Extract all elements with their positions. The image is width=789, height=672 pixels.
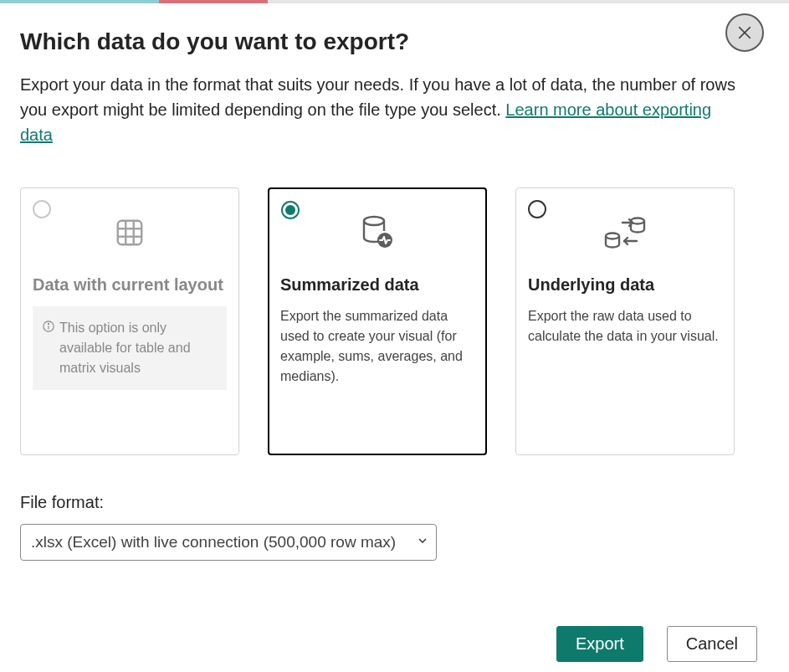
export-button[interactable]: Export [556, 626, 643, 662]
radio-summarized[interactable] [281, 201, 300, 219]
cancel-button[interactable]: Cancel [667, 626, 757, 662]
svg-rect-2 [118, 221, 142, 245]
radio-underlying[interactable] [528, 200, 546, 218]
export-dialog: Which data do you want to export? Export… [0, 3, 789, 672]
database-pulse-icon [280, 208, 474, 257]
option-description: Export the summarized data used to creat… [280, 306, 474, 387]
svg-point-10 [364, 217, 384, 225]
svg-point-9 [48, 323, 49, 324]
info-icon [43, 318, 56, 335]
database-transfer-icon [528, 208, 722, 257]
option-data-current-layout: Data with current layout This option is … [20, 187, 239, 455]
file-format-label: File format: [20, 493, 769, 512]
dialog-description: Export your data in the format that suit… [20, 72, 740, 147]
grid-icon [33, 208, 227, 257]
dialog-title: Which data do you want to export? [20, 28, 769, 55]
info-box: This option is only available for table … [33, 306, 227, 390]
option-title: Summarized data [280, 275, 474, 295]
option-underlying-data[interactable]: Underlying data Export the raw data used… [515, 187, 735, 455]
close-button[interactable] [725, 13, 764, 52]
close-icon [737, 25, 752, 40]
info-text: This option is only available for table … [59, 318, 217, 378]
option-title: Underlying data [528, 275, 722, 295]
option-description: Export the raw data used to calculate th… [528, 306, 722, 346]
file-format-section: File format: .xlsx (Excel) with live con… [20, 493, 769, 561]
file-format-select[interactable]: .xlsx (Excel) with live connection (500,… [20, 524, 437, 561]
dialog-actions: Export Cancel [20, 626, 769, 662]
option-summarized-data[interactable]: Summarized data Export the summarized da… [268, 187, 487, 455]
svg-point-12 [606, 233, 619, 239]
option-title: Data with current layout [33, 275, 227, 295]
export-options: Data with current layout This option is … [20, 187, 769, 455]
file-format-value: .xlsx (Excel) with live connection (500,… [31, 533, 396, 551]
radio-current-layout [33, 200, 51, 218]
